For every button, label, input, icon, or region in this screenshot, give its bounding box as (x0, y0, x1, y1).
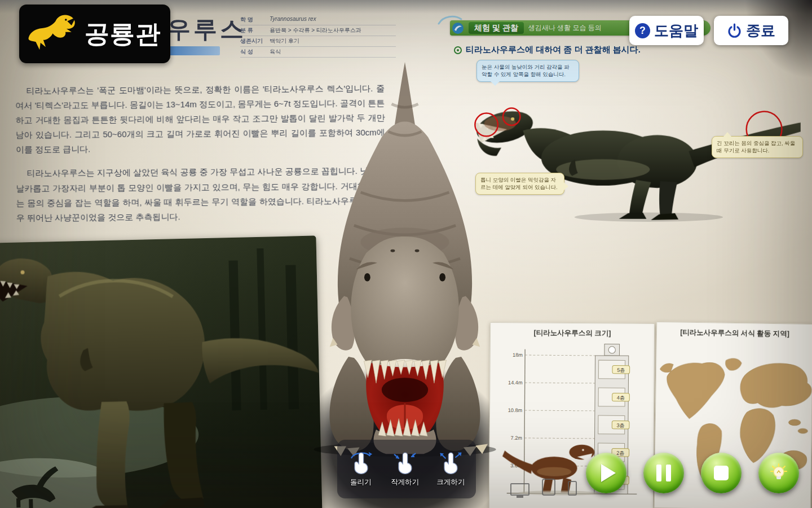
info-row: 식 성 육식 (240, 47, 396, 58)
tree-silhouettes (228, 248, 299, 410)
device-icons (510, 479, 577, 496)
phone-icon (568, 481, 577, 496)
map-title: [티라노사우루스의 서식 활동 지역] (657, 322, 812, 339)
rotate-gesture-icon (348, 451, 373, 476)
gesture-rotate: 돌리기 (348, 451, 373, 487)
exit-button[interactable]: 종료 (714, 16, 788, 45)
question-icon: ? (635, 23, 650, 38)
info-label: 학 명 (240, 16, 270, 24)
svg-text:2층: 2층 (616, 450, 624, 456)
info-label: 식 성 (240, 48, 270, 56)
observe-prompt-text: 티라노사우루스에 대하여 좀 더 관찰해 봅시다. (466, 45, 641, 55)
power-icon (727, 23, 742, 38)
gesture-hint-panel: 돌리기 작게하기 크게하기 (337, 440, 476, 498)
pinch-out-gesture-icon (438, 451, 463, 476)
play-icon (601, 464, 616, 482)
tablet-icon (542, 479, 555, 496)
dinosaur-logo-icon (26, 12, 82, 55)
lightbulb-icon (769, 463, 788, 483)
help-button[interactable]: ? 도움말 (629, 16, 704, 45)
gesture-label: 돌리기 (350, 478, 372, 487)
gesture-pinch-out: 크게하기 (436, 451, 465, 487)
stop-button[interactable] (701, 453, 742, 493)
observe-prompt: 티라노사우루스에 대하여 좀 더 관찰해 봅시다. (453, 45, 641, 55)
pinch-in-gesture-icon (392, 451, 417, 476)
stop-icon (714, 466, 729, 480)
help-button-label: 도움말 (654, 21, 698, 41)
speech-bubble-tail: 긴 꼬리는 몸의 중심을 잡고, 싸울 때 무기로 사용합니다. (712, 136, 803, 158)
play-button[interactable] (586, 453, 626, 493)
info-label: 생존시기 (240, 37, 270, 45)
trex-photo-silhouette (474, 107, 801, 220)
svg-text:3층: 3층 (616, 423, 624, 428)
info-value: 용반목 > 수각류 > 티라노사우루스과 (270, 27, 361, 34)
pause-button[interactable] (643, 453, 684, 493)
trex-scene-photo (0, 236, 322, 508)
info-value: Tyrannosaurus rex (270, 16, 316, 24)
info-value: 육식 (270, 48, 281, 56)
leaf-icon (452, 22, 464, 34)
exit-button-label: 종료 (746, 21, 775, 41)
observe-header-subtitle: 생김새나 생활 모습 등의 (528, 23, 602, 33)
info-row: 분 류 용반목 > 수각류 > 티라노사우루스과 (240, 25, 396, 36)
light-button[interactable] (758, 453, 799, 493)
monitor-icon (510, 483, 529, 496)
svg-text:4층: 4층 (617, 395, 625, 401)
svg-text:5층: 5층 (617, 367, 625, 373)
observe-header-label: 체험 및 관찰 (469, 22, 524, 34)
info-value: 백악기 후기 (270, 37, 299, 45)
dino-info-table: 학 명 Tyrannosaurus rex 분 류 용반목 > 수각류 > 티라… (240, 15, 396, 58)
gesture-pinch-in: 작게하기 (391, 451, 419, 487)
info-row: 생존시기 백악기 후기 (240, 36, 396, 47)
pause-icon (656, 465, 671, 481)
trex-3d-model[interactable] (294, 60, 515, 457)
ar-dinosaur-app: 티라노사우루스 학 명 Tyrannosaurus rex 분 류 용반목 > … (0, 0, 812, 508)
app-title: 공룡관 (85, 17, 161, 51)
gesture-label: 작게하기 (391, 478, 419, 487)
gesture-label: 크게하기 (436, 478, 465, 487)
app-brand-banner: 공룡관 (19, 5, 170, 63)
target-bullet-icon (453, 46, 462, 55)
info-label: 분 류 (240, 27, 270, 34)
info-row: 학 명 Tyrannosaurus rex (240, 15, 396, 25)
